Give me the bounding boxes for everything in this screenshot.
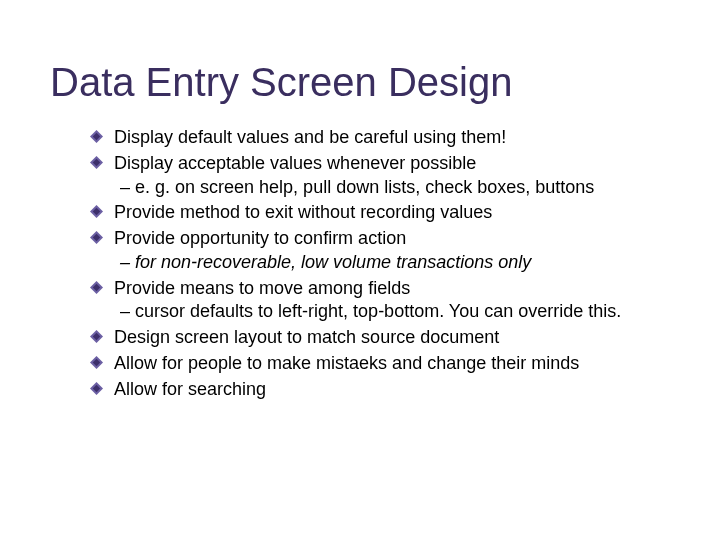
diamond-icon bbox=[90, 281, 103, 294]
bullet-text: Provide means to move among fields bbox=[114, 278, 410, 298]
bullet-item: Display default values and be careful us… bbox=[90, 126, 670, 150]
diamond-icon bbox=[90, 130, 103, 143]
bullet-text: Provide opportunity to confirm action bbox=[114, 228, 406, 248]
diamond-icon bbox=[90, 382, 103, 395]
bullet-list: Display default values and be careful us… bbox=[50, 126, 670, 401]
diamond-icon bbox=[90, 156, 103, 169]
bullet-subtext: – e. g. on screen help, pull down lists,… bbox=[114, 176, 670, 200]
diamond-icon bbox=[90, 231, 103, 244]
bullet-item: Display acceptable values whenever possi… bbox=[90, 152, 670, 200]
bullet-item: Provide opportunity to confirm action– f… bbox=[90, 227, 670, 275]
slide: Data Entry Screen Design Display default… bbox=[0, 0, 720, 540]
bullet-text: Design screen layout to match source doc… bbox=[114, 327, 499, 347]
footer-bar bbox=[0, 536, 720, 540]
bullet-item: Allow for people to make mistaeks and ch… bbox=[90, 352, 670, 376]
bullet-text: Allow for people to make mistaeks and ch… bbox=[114, 353, 579, 373]
bullet-item: Provide method to exit without recording… bbox=[90, 201, 670, 225]
bullet-item: Allow for searching bbox=[90, 378, 670, 402]
bullet-item: Provide means to move among fields– curs… bbox=[90, 277, 670, 325]
diamond-icon bbox=[90, 356, 103, 369]
bullet-text: Allow for searching bbox=[114, 379, 266, 399]
bullet-subtext: – cursor defaults to left-right, top-bot… bbox=[114, 300, 670, 324]
bullet-text: Display acceptable values whenever possi… bbox=[114, 153, 476, 173]
bullet-text: Display default values and be careful us… bbox=[114, 127, 506, 147]
diamond-icon bbox=[90, 205, 103, 218]
slide-title: Data Entry Screen Design bbox=[50, 60, 670, 104]
bullet-subtext: – for non-recoverable, low volume transa… bbox=[114, 251, 670, 275]
bullet-item: Design screen layout to match source doc… bbox=[90, 326, 670, 350]
diamond-icon bbox=[90, 330, 103, 343]
bullet-text: Provide method to exit without recording… bbox=[114, 202, 492, 222]
